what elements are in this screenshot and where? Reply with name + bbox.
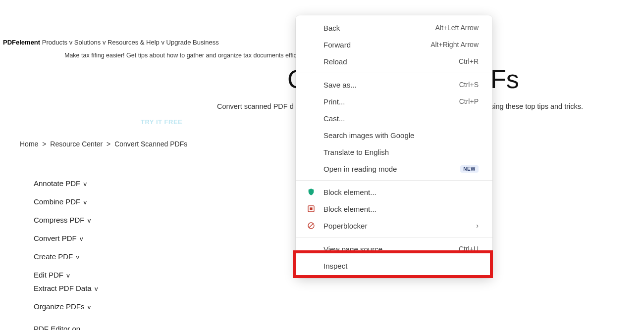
ctx-cast[interactable]: Cast... xyxy=(296,110,492,127)
block-circle-icon xyxy=(307,221,316,230)
ctx-forward[interactable]: Forward Alt+Right Arrow xyxy=(296,36,492,53)
sidebar-item-organize[interactable]: Organize PDFs v xyxy=(34,302,98,311)
shortcut-text: Ctrl+U xyxy=(459,245,479,253)
top-navbar: PDFelement Products v Solutions v Resour… xyxy=(3,39,219,46)
sidebar-item-extract[interactable]: Extract PDF Data v xyxy=(34,284,98,292)
chevron-down-icon: v xyxy=(88,217,91,224)
ctx-inspect[interactable]: Inspect xyxy=(296,257,492,274)
menu-divider xyxy=(296,180,492,181)
ctx-save-as[interactable]: Save as... Ctrl+S xyxy=(296,76,492,93)
breadcrumb-separator: > xyxy=(107,140,110,148)
chevron-down-icon: v xyxy=(88,303,91,311)
breadcrumb-separator: > xyxy=(42,140,46,148)
chevron-down-icon: v xyxy=(83,198,87,206)
ctx-poperblocker[interactable]: Poperblocker › xyxy=(296,217,492,234)
chevron-down-icon: v xyxy=(83,180,87,188)
ctx-block-element-2[interactable]: Block element... xyxy=(296,200,492,217)
sidebar-item-create[interactable]: Create PDF v xyxy=(34,252,98,261)
block-square-icon xyxy=(307,204,316,213)
nav-resources[interactable]: Resources & Help v xyxy=(107,39,164,46)
breadcrumb: Home > Resource Center > Convert Scanned… xyxy=(20,140,187,148)
svg-line-3 xyxy=(309,224,313,228)
shortcut-text: Ctrl+S xyxy=(459,81,479,89)
shortcut-text: Alt+Right Arrow xyxy=(430,41,479,48)
brand-name[interactable]: PDFelement xyxy=(3,39,40,46)
sidebar-item-annotate[interactable]: Annotate PDF v xyxy=(34,179,98,188)
ctx-back[interactable]: Back Alt+Left Arrow xyxy=(296,19,492,36)
chevron-right-icon: › xyxy=(476,222,479,230)
ctx-block-element-1[interactable]: Block element... xyxy=(296,184,492,200)
ctx-view-source[interactable]: View page source Ctrl+U xyxy=(296,240,492,257)
ctx-translate[interactable]: Translate to English xyxy=(296,143,492,160)
new-badge: NEW xyxy=(460,165,479,173)
breadcrumb-current: Convert Scanned PDFs xyxy=(114,140,187,148)
breadcrumb-home[interactable]: Home xyxy=(20,140,38,148)
sidebar-item-editor-on[interactable]: PDF Editor on xyxy=(34,325,98,330)
chevron-down-icon: v xyxy=(95,285,98,292)
nav-products[interactable]: Products v xyxy=(42,39,72,46)
sidebar-item-compress[interactable]: Compress PDF v xyxy=(34,216,98,224)
nav-business[interactable]: Business xyxy=(193,39,219,46)
ctx-reload[interactable]: Reload Ctrl+R xyxy=(296,53,492,70)
shortcut-text: Alt+Left Arrow xyxy=(435,24,479,32)
svg-rect-1 xyxy=(310,207,312,210)
breadcrumb-resource-center[interactable]: Resource Center xyxy=(50,140,103,148)
tagline-text: Make tax fifing easier! Get tips about h… xyxy=(64,52,318,59)
menu-divider xyxy=(296,73,492,73)
shortcut-text: Ctrl+P xyxy=(459,97,479,105)
sidebar-item-convert[interactable]: Convert PDF v xyxy=(34,234,98,242)
ctx-reading-mode[interactable]: Open in reading mode NEW xyxy=(296,160,492,177)
chevron-down-icon: v xyxy=(66,272,70,279)
try-free-button[interactable]: TRY IT FREE xyxy=(141,118,182,126)
chevron-down-icon: v xyxy=(80,235,83,242)
shield-icon xyxy=(307,188,316,196)
shortcut-text: Ctrl+R xyxy=(459,57,479,65)
sidebar-menu: Annotate PDF v Combine PDF v Compress PD… xyxy=(34,179,98,330)
ctx-search-images[interactable]: Search images with Google xyxy=(296,127,492,143)
nav-upgrade[interactable]: Upgrade xyxy=(166,39,191,46)
menu-divider xyxy=(296,237,492,237)
sidebar-item-edit[interactable]: Edit PDF v xyxy=(34,271,98,279)
sidebar-item-combine[interactable]: Combine PDF v xyxy=(34,197,98,206)
ctx-print[interactable]: Print... Ctrl+P xyxy=(296,93,492,110)
nav-solutions[interactable]: Solutions v xyxy=(74,39,106,46)
chevron-down-icon: v xyxy=(76,253,79,261)
context-menu: Back Alt+Left Arrow Forward Alt+Right Ar… xyxy=(296,15,492,278)
